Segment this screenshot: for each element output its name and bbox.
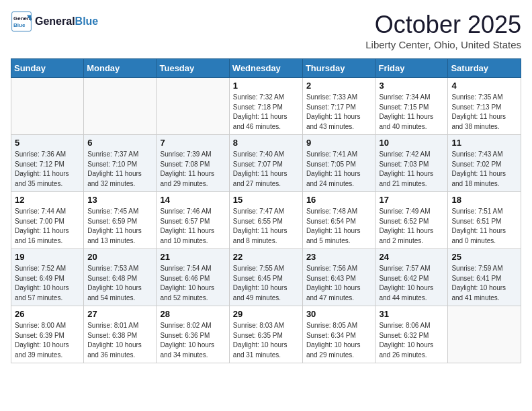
day-cell: 10Sunrise: 7:42 AM Sunset: 7:03 PM Dayli… [375, 135, 448, 192]
day-number: 30 [306, 309, 372, 319]
day-number: 9 [306, 138, 372, 148]
day-number: 17 [379, 195, 444, 205]
day-number: 5 [15, 138, 80, 148]
day-info: Sunrise: 7:41 AM Sunset: 7:05 PM Dayligh… [306, 150, 372, 189]
day-cell [157, 78, 229, 135]
day-cell: 28Sunrise: 8:02 AM Sunset: 6:36 PM Dayli… [157, 306, 229, 363]
day-info: Sunrise: 7:37 AM Sunset: 7:10 PM Dayligh… [87, 150, 152, 189]
day-info: Sunrise: 7:55 AM Sunset: 6:45 PM Dayligh… [233, 264, 299, 303]
day-cell: 15Sunrise: 7:47 AM Sunset: 6:55 PM Dayli… [229, 192, 302, 249]
page-header: General Blue GeneralBlue October 2025 Li… [11, 11, 521, 50]
logo-general: General [35, 15, 75, 27]
day-info: Sunrise: 8:06 AM Sunset: 6:32 PM Dayligh… [379, 321, 444, 360]
day-number: 7 [160, 138, 225, 148]
week-row-2: 5Sunrise: 7:36 AM Sunset: 7:12 PM Daylig… [11, 135, 521, 192]
title-area: October 2025 Liberty Center, Ohio, Unite… [365, 11, 521, 50]
day-cell: 19Sunrise: 7:52 AM Sunset: 6:49 PM Dayli… [11, 249, 84, 306]
day-cell: 29Sunrise: 8:03 AM Sunset: 6:35 PM Dayli… [229, 306, 302, 363]
day-cell: 27Sunrise: 8:01 AM Sunset: 6:38 PM Dayli… [84, 306, 157, 363]
day-info: Sunrise: 7:46 AM Sunset: 6:57 PM Dayligh… [160, 207, 225, 246]
day-info: Sunrise: 8:01 AM Sunset: 6:38 PM Dayligh… [87, 321, 152, 360]
day-number: 16 [306, 195, 372, 205]
day-info: Sunrise: 7:56 AM Sunset: 6:43 PM Dayligh… [306, 264, 372, 303]
logo-blue: Blue [75, 15, 99, 27]
week-row-3: 12Sunrise: 7:44 AM Sunset: 7:00 PM Dayli… [11, 192, 521, 249]
day-cell: 17Sunrise: 7:49 AM Sunset: 6:52 PM Dayli… [375, 192, 448, 249]
day-cell: 5Sunrise: 7:36 AM Sunset: 7:12 PM Daylig… [11, 135, 84, 192]
day-number: 15 [233, 195, 299, 205]
weekday-header-thursday: Thursday [302, 59, 375, 78]
day-info: Sunrise: 7:52 AM Sunset: 6:49 PM Dayligh… [15, 264, 80, 303]
day-number: 23 [306, 252, 372, 262]
day-number: 11 [451, 138, 517, 148]
day-info: Sunrise: 7:57 AM Sunset: 6:42 PM Dayligh… [379, 264, 444, 303]
day-cell: 7Sunrise: 7:39 AM Sunset: 7:08 PM Daylig… [157, 135, 229, 192]
day-cell: 21Sunrise: 7:54 AM Sunset: 6:46 PM Dayli… [157, 249, 229, 306]
day-number: 28 [160, 309, 225, 319]
day-cell: 22Sunrise: 7:55 AM Sunset: 6:45 PM Dayli… [229, 249, 302, 306]
day-number: 8 [233, 138, 299, 148]
day-info: Sunrise: 8:02 AM Sunset: 6:36 PM Dayligh… [160, 321, 225, 360]
day-number: 19 [15, 252, 80, 262]
day-cell: 3Sunrise: 7:34 AM Sunset: 7:15 PM Daylig… [375, 78, 448, 135]
day-info: Sunrise: 7:49 AM Sunset: 6:52 PM Dayligh… [379, 207, 444, 246]
day-info: Sunrise: 7:35 AM Sunset: 7:13 PM Dayligh… [451, 93, 517, 132]
day-info: Sunrise: 8:05 AM Sunset: 6:34 PM Dayligh… [306, 321, 372, 360]
weekday-header-monday: Monday [84, 59, 157, 78]
day-info: Sunrise: 7:44 AM Sunset: 7:00 PM Dayligh… [15, 207, 80, 246]
location: Liberty Center, Ohio, United States [365, 39, 521, 50]
day-number: 29 [233, 309, 299, 319]
svg-text:Blue: Blue [13, 22, 26, 28]
day-number: 1 [233, 81, 299, 91]
week-row-4: 19Sunrise: 7:52 AM Sunset: 6:49 PM Dayli… [11, 249, 521, 306]
day-cell: 24Sunrise: 7:57 AM Sunset: 6:42 PM Dayli… [375, 249, 448, 306]
day-cell: 13Sunrise: 7:45 AM Sunset: 6:59 PM Dayli… [84, 192, 157, 249]
weekday-header-sunday: Sunday [11, 59, 84, 78]
day-number: 25 [451, 252, 517, 262]
day-info: Sunrise: 7:54 AM Sunset: 6:46 PM Dayligh… [160, 264, 225, 303]
day-info: Sunrise: 7:40 AM Sunset: 7:07 PM Dayligh… [233, 150, 299, 189]
day-cell: 4Sunrise: 7:35 AM Sunset: 7:13 PM Daylig… [448, 78, 521, 135]
weekday-header-friday: Friday [375, 59, 448, 78]
day-info: Sunrise: 7:32 AM Sunset: 7:18 PM Dayligh… [233, 93, 299, 132]
day-number: 4 [451, 81, 517, 91]
day-number: 2 [306, 81, 372, 91]
day-info: Sunrise: 7:42 AM Sunset: 7:03 PM Dayligh… [379, 150, 444, 189]
day-number: 24 [379, 252, 444, 262]
day-cell: 14Sunrise: 7:46 AM Sunset: 6:57 PM Dayli… [157, 192, 229, 249]
day-cell: 31Sunrise: 8:06 AM Sunset: 6:32 PM Dayli… [375, 306, 448, 363]
day-number: 6 [87, 138, 152, 148]
day-cell [84, 78, 157, 135]
weekday-header-tuesday: Tuesday [157, 59, 229, 78]
day-number: 3 [379, 81, 444, 91]
weekday-header-wednesday: Wednesday [229, 59, 302, 78]
logo: General Blue GeneralBlue [11, 11, 98, 32]
day-info: Sunrise: 7:51 AM Sunset: 6:51 PM Dayligh… [451, 207, 517, 246]
day-info: Sunrise: 7:33 AM Sunset: 7:17 PM Dayligh… [306, 93, 372, 132]
day-info: Sunrise: 7:45 AM Sunset: 6:59 PM Dayligh… [87, 207, 152, 246]
week-row-1: 1Sunrise: 7:32 AM Sunset: 7:18 PM Daylig… [11, 78, 521, 135]
day-number: 21 [160, 252, 225, 262]
day-cell: 20Sunrise: 7:53 AM Sunset: 6:48 PM Dayli… [84, 249, 157, 306]
day-number: 12 [15, 195, 80, 205]
day-cell: 2Sunrise: 7:33 AM Sunset: 7:17 PM Daylig… [302, 78, 375, 135]
day-cell: 6Sunrise: 7:37 AM Sunset: 7:10 PM Daylig… [84, 135, 157, 192]
day-cell: 11Sunrise: 7:43 AM Sunset: 7:02 PM Dayli… [448, 135, 521, 192]
day-info: Sunrise: 8:03 AM Sunset: 6:35 PM Dayligh… [233, 321, 299, 360]
day-cell: 12Sunrise: 7:44 AM Sunset: 7:00 PM Dayli… [11, 192, 84, 249]
day-number: 14 [160, 195, 225, 205]
day-cell [11, 78, 84, 135]
day-cell: 26Sunrise: 8:00 AM Sunset: 6:39 PM Dayli… [11, 306, 84, 363]
day-number: 27 [87, 309, 152, 319]
day-info: Sunrise: 7:43 AM Sunset: 7:02 PM Dayligh… [451, 150, 517, 189]
day-number: 22 [233, 252, 299, 262]
day-cell: 25Sunrise: 7:59 AM Sunset: 6:41 PM Dayli… [448, 249, 521, 306]
day-info: Sunrise: 7:39 AM Sunset: 7:08 PM Dayligh… [160, 150, 225, 189]
day-cell: 23Sunrise: 7:56 AM Sunset: 6:43 PM Dayli… [302, 249, 375, 306]
day-info: Sunrise: 7:48 AM Sunset: 6:54 PM Dayligh… [306, 207, 372, 246]
day-info: Sunrise: 7:34 AM Sunset: 7:15 PM Dayligh… [379, 93, 444, 132]
day-cell: 9Sunrise: 7:41 AM Sunset: 7:05 PM Daylig… [302, 135, 375, 192]
logo-icon: General Blue [11, 11, 32, 32]
month-title: October 2025 [365, 11, 521, 39]
day-cell: 8Sunrise: 7:40 AM Sunset: 7:07 PM Daylig… [229, 135, 302, 192]
